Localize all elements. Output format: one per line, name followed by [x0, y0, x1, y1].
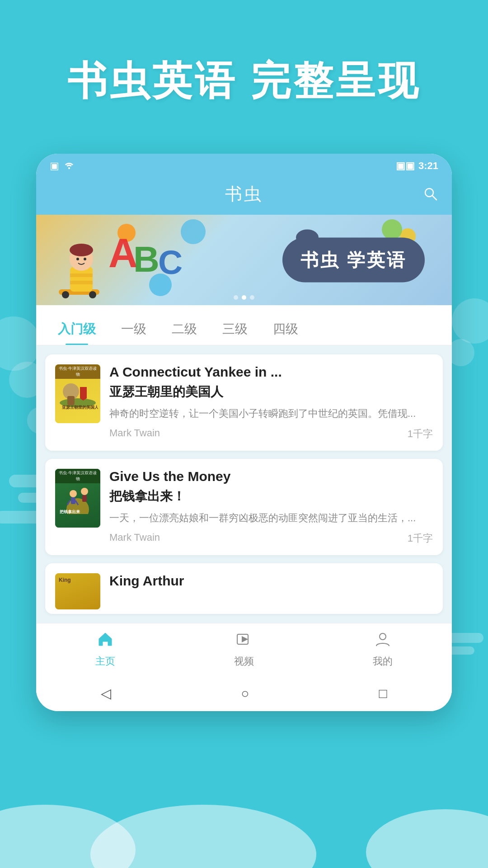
book-title-zh-2: 把钱拿出来！: [109, 488, 433, 505]
video-icon: [235, 631, 253, 652]
app-header: 书虫: [36, 176, 452, 215]
dot-1: [234, 295, 238, 300]
nav-mine-label: 我的: [373, 655, 393, 668]
tab-lv1[interactable]: 一级: [108, 314, 159, 345]
book-cover-1: 书虫·牛津英汉双语读物 亚瑟王朝里的美国人: [55, 364, 100, 423]
book-card-2[interactable]: 书虫·牛津英汉双语读物 把钱拿出来: [45, 459, 443, 555]
book-info-1: A Connecticut Yankee in ... 亚瑟王朝里的美国人 神奇…: [109, 364, 433, 441]
book-title-zh-1: 亚瑟王朝里的美国人: [109, 383, 433, 401]
book-author-1: Mark Twain: [109, 427, 160, 441]
svg-rect-8: [70, 281, 93, 284]
tab-intro[interactable]: 入门级: [45, 314, 108, 345]
home-button[interactable]: ○: [241, 686, 249, 701]
search-button[interactable]: [423, 186, 438, 205]
book-info-3: King Arthur: [109, 573, 433, 592]
svg-point-21: [70, 490, 77, 497]
svg-rect-22: [71, 497, 75, 504]
book-title-en-1: A Connecticut Yankee in ...: [109, 364, 433, 380]
svg-marker-29: [242, 636, 248, 642]
svg-point-25: [81, 488, 88, 495]
cloud-decoration: [0, 778, 488, 868]
battery-icon: ▣▣: [396, 160, 415, 172]
tab-lv2[interactable]: 二级: [159, 314, 210, 345]
book-meta-2: Mark Twain 1千字: [109, 532, 433, 545]
book-desc-2: 一天，一位漂亮姑娘和一群穷凶极恶的动匪突然闯进了亚当的生活，...: [109, 510, 433, 525]
svg-rect-18: [67, 396, 75, 405]
profile-icon: [374, 631, 391, 652]
tabs-bar: 入门级 一级 二级 三级 四级: [36, 305, 452, 345]
android-nav: ◁ ○ □: [36, 677, 452, 711]
phone-mockup: ▣ ▣▣ 3:21 书虫: [36, 154, 452, 711]
tab-lv4[interactable]: 四级: [260, 314, 311, 345]
time-display: 3:21: [418, 160, 438, 172]
tab-lv3[interactable]: 三级: [210, 314, 260, 345]
status-left: ▣: [50, 160, 75, 172]
back-button[interactable]: ◁: [101, 685, 111, 701]
status-bar: ▣ ▣▣ 3:21: [36, 154, 452, 176]
svg-point-11: [76, 258, 79, 260]
nav-mine[interactable]: 我的: [313, 623, 452, 677]
book-card-3[interactable]: King King Arthur: [45, 563, 443, 614]
book-wordcount-2: 1千字: [408, 532, 433, 545]
book-author-2: Mark Twain: [109, 532, 160, 545]
recent-button[interactable]: □: [379, 686, 387, 701]
hero-title: 书虫英语 完整呈现: [0, 54, 488, 108]
banner[interactable]: A B C 书虫 学英语: [36, 215, 452, 305]
svg-point-4: [62, 291, 69, 298]
svg-point-0: [68, 167, 70, 169]
svg-rect-26: [82, 495, 87, 502]
svg-text:C: C: [158, 243, 183, 281]
book-title-en-2: Give Us the Money: [109, 469, 433, 484]
book-cover-3: King: [55, 573, 100, 609]
svg-rect-7: [70, 274, 93, 277]
home-icon: [97, 631, 114, 652]
svg-point-30: [380, 633, 386, 640]
svg-point-10: [70, 244, 93, 256]
nav-video[interactable]: 视频: [175, 623, 314, 677]
svg-point-5: [89, 291, 96, 298]
bottom-nav: 主页 视频 我的: [36, 623, 452, 677]
dot-3: [250, 295, 254, 300]
nav-video-label: 视频: [234, 655, 254, 668]
banner-dots: [234, 295, 254, 300]
nav-home-label: 主页: [95, 655, 115, 668]
nav-home[interactable]: 主页: [36, 623, 175, 677]
wifi-icon: [64, 160, 75, 172]
svg-point-12: [84, 258, 86, 260]
dot-2: [242, 295, 246, 300]
sim-icon: ▣: [50, 160, 59, 172]
book-meta-1: Mark Twain 1千字: [109, 427, 433, 441]
svg-line-2: [432, 196, 436, 200]
book-wordcount-1: 1千字: [408, 427, 433, 441]
banner-cloud-text: 书虫 学英语: [282, 238, 425, 283]
book-list: 书虫·牛津英汉双语读物 亚瑟王朝里的美国人: [36, 345, 452, 623]
book-title-en-3: King Arthur: [109, 573, 433, 589]
app-title: 书虫: [225, 183, 263, 206]
svg-text:把钱拿出来: 把钱拿出来: [59, 509, 80, 514]
status-right: ▣▣ 3:21: [396, 160, 438, 172]
book-info-2: Give Us the Money 把钱拿出来！ 一天，一位漂亮姑娘和一群穷凶极…: [109, 469, 433, 545]
svg-text:B: B: [133, 239, 160, 279]
book-card-1[interactable]: 书虫·牛津英汉双语读物 亚瑟王朝里的美国人: [45, 354, 443, 451]
svg-text:亚瑟王朝里的美国人: 亚瑟王朝里的美国人: [62, 405, 98, 410]
book-cover-2: 书虫·牛津英汉双语读物 把钱拿出来: [55, 469, 100, 528]
book-desc-1: 神奇的时空逆转，让一个美国小子转瞬跑到了中世纪的英国。凭借现...: [109, 406, 433, 421]
